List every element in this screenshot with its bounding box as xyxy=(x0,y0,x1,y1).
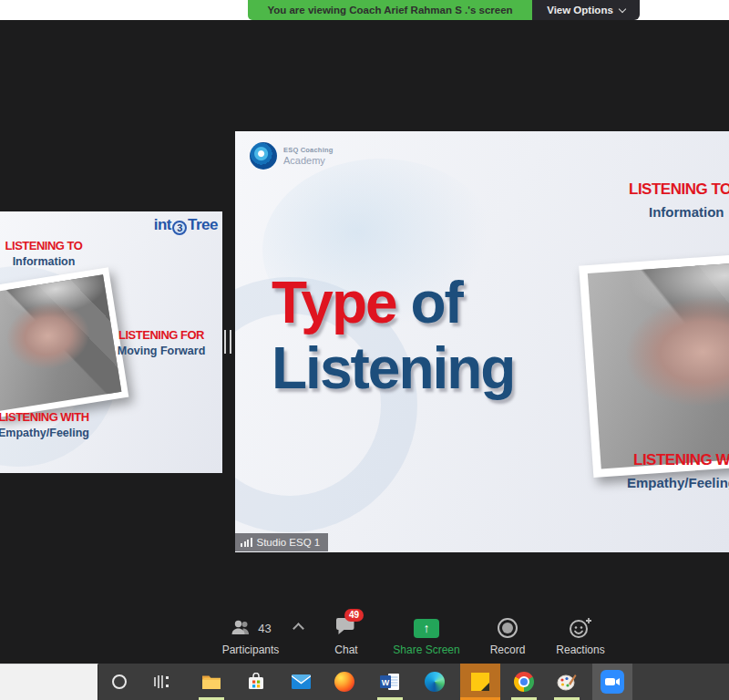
taskbar-sticky-notes-button[interactable] xyxy=(460,664,500,700)
screen: You are viewing Coach Arief Rahman S .'s… xyxy=(0,0,729,700)
share-screen-label: Share Screen xyxy=(385,643,467,656)
esq-academy-logo: ESQ Coaching Academy xyxy=(250,142,334,170)
chat-label: Chat xyxy=(305,643,387,656)
chat-unread-badge: 49 xyxy=(344,609,364,622)
record-label: Record xyxy=(467,643,549,656)
taskbar-microsoft-store-button[interactable] xyxy=(236,664,276,700)
source-label-text: Studio ESQ 1 xyxy=(257,537,321,548)
paint-3d-icon xyxy=(557,673,577,691)
svg-text:W: W xyxy=(382,678,390,687)
participants-count: 43 xyxy=(258,622,271,635)
reactions-icon xyxy=(568,617,593,639)
viewing-banner: You are viewing Coach Arief Rahman S .'s… xyxy=(248,0,532,20)
listening-for-item: LISTENING FOR Moving Forward xyxy=(106,328,217,357)
reactions-label: Reactions xyxy=(539,643,621,656)
int3tree-logo: int3Tree xyxy=(154,216,218,235)
task-view-icon xyxy=(153,674,171,690)
participants-label: Participants xyxy=(210,643,292,656)
record-button[interactable]: Record xyxy=(467,614,549,656)
chat-button[interactable]: 49 Chat xyxy=(305,614,387,656)
taskbar-word-button[interactable]: W xyxy=(370,664,410,700)
listening-with-item: LISTENING WITH Empathy/Feeling xyxy=(633,451,729,490)
participants-icon xyxy=(230,618,253,638)
esq-logo-line1: ESQ Coaching xyxy=(283,146,334,154)
edge-icon xyxy=(425,672,445,692)
taskbar-edge-button[interactable] xyxy=(415,664,455,700)
item-subtitle: Information xyxy=(649,204,729,220)
zoom-shared-screen-area: int3Tree LISTENING TO Information LISTEN… xyxy=(0,20,729,664)
word-icon: W xyxy=(380,673,400,691)
taskbar-firefox-button[interactable] xyxy=(324,664,364,700)
item-subtitle: Moving Forward xyxy=(106,345,217,357)
share-screen-button[interactable]: ↑ Share Screen xyxy=(385,614,467,656)
esq-logo-line2: Academy xyxy=(283,155,334,166)
main-slide-window: ESQ Coaching Academy Type of Listening L… xyxy=(235,131,729,552)
item-subtitle: Empathy/Feeling xyxy=(0,427,95,439)
item-title: LISTENING WITH xyxy=(0,410,95,424)
item-title: LISTENING WITH xyxy=(633,451,729,469)
signal-bars-icon xyxy=(241,538,252,547)
listening-to-item: LISTENING TO Information xyxy=(629,180,729,220)
microsoft-store-icon xyxy=(247,673,265,691)
taskbar-zoom-button[interactable] xyxy=(592,664,632,700)
listening-to-item: LISTENING TO Information xyxy=(0,239,87,268)
left-slide-window: int3Tree LISTENING TO Information LISTEN… xyxy=(0,211,222,473)
taskbar-chrome-button[interactable] xyxy=(504,664,544,700)
viewing-banner-text: You are viewing Coach Arief Rahman S .'s… xyxy=(267,5,512,15)
taskbar-mail-button[interactable] xyxy=(281,664,321,700)
slide-title: Type of Listening xyxy=(272,270,514,401)
item-subtitle: Empathy/Feeling xyxy=(627,475,729,490)
zoom-app-icon xyxy=(601,670,624,694)
participants-menu-caret[interactable] xyxy=(293,623,304,634)
item-subtitle: Information xyxy=(0,255,87,268)
item-title: LISTENING TO xyxy=(0,239,87,252)
windows-taskbar: W xyxy=(0,664,729,700)
view-options-button[interactable]: View Options xyxy=(532,0,640,20)
item-title: LISTENING TO xyxy=(629,180,729,199)
file-explorer-icon xyxy=(201,674,221,690)
taskbar-search-box[interactable] xyxy=(0,664,98,700)
globe-3-icon: 3 xyxy=(172,221,187,235)
esq-logo-icon xyxy=(250,142,277,170)
sticky-notes-icon xyxy=(471,673,489,691)
listening-with-item: LISTENING WITH Empathy/Feeling xyxy=(0,410,95,439)
taskbar-paint3d-button[interactable] xyxy=(547,664,587,700)
window-resize-handle[interactable] xyxy=(224,330,231,354)
record-icon xyxy=(496,616,519,640)
view-options-label: View Options xyxy=(547,5,613,15)
taskbar-file-explorer-button[interactable] xyxy=(191,664,231,700)
ear-photo xyxy=(579,249,729,478)
share-screen-icon: ↑ xyxy=(414,619,439,638)
reactions-button[interactable]: Reactions xyxy=(539,614,621,656)
taskbar-task-view-button[interactable] xyxy=(142,664,182,700)
mail-icon xyxy=(292,674,311,689)
firefox-icon xyxy=(334,672,354,692)
item-title: LISTENING FOR xyxy=(106,328,217,342)
participants-button[interactable]: 43 Participants xyxy=(210,614,292,656)
chevron-down-icon xyxy=(619,5,626,12)
chrome-icon xyxy=(514,672,534,692)
cortana-icon xyxy=(112,674,127,689)
source-label: Studio ESQ 1 xyxy=(235,533,328,551)
taskbar-cortana-button[interactable] xyxy=(99,664,139,700)
